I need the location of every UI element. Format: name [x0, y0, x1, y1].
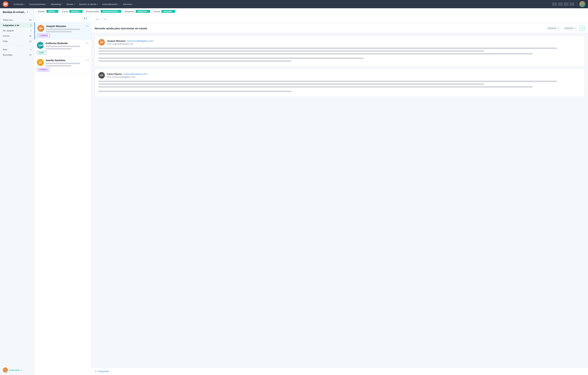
nav-servicio[interactable]: Servicio al cliente ▾	[77, 2, 100, 7]
tag-value	[547, 27, 556, 29]
conv-list-header: ⬆⬇	[34, 15, 91, 22]
nav-icon-3[interactable]	[564, 2, 568, 6]
nav-icon-1[interactable]	[552, 2, 557, 6]
inbox-title: Bandeja de entrad...	[3, 11, 26, 13]
chevron-down-icon: ▾	[97, 3, 98, 5]
estado-chevron-icon: ▾	[56, 11, 57, 12]
sidebar-item-bots[interactable]: Bots 4	[0, 47, 34, 52]
conv-header: JM Joaquín Manzano 3 m	[37, 25, 89, 33]
msg-body-line	[98, 53, 533, 55]
msg-body-line	[98, 91, 291, 92]
message-card: JM Joaquín Manzano <jmanzano@biglytics.c…	[95, 36, 585, 66]
msg-body-line	[98, 86, 533, 88]
tag-pill-2[interactable]: ✕	[563, 26, 578, 30]
inbox-arrow-icon: ▾	[27, 11, 28, 13]
conversation-list: ⬆⬇ JM Joaquín Manzano 3 m	[34, 15, 91, 375]
reply-icon: ↩	[95, 370, 97, 373]
msg-body-line	[98, 57, 364, 59]
msg-body-line	[98, 81, 557, 82]
msg-body-line	[98, 60, 291, 62]
detail-subject-bar: Necesito ayuda para sincronizar mi cuent…	[91, 24, 588, 33]
main-content: Estado: ▾ Canal: ▾ Responsable: ▾	[34, 8, 588, 375]
canal-chevron-icon: ▾	[80, 11, 81, 12]
nav-contactos[interactable]: Contactos ▾	[12, 2, 27, 7]
hubspot-logo[interactable]	[3, 1, 8, 7]
filter-etiquetas-value[interactable]: ▾	[136, 10, 150, 13]
nav-marketing[interactable]: Marketing ▾	[49, 2, 64, 7]
conv-header: JS Juanita Santelmo 1 d	[37, 59, 89, 66]
detail-pane: ↩ ✓ Necesito ayuda para sincronizar mi c…	[91, 15, 588, 375]
message-header: JM Joaquín Manzano <jmanzano@biglytics.c…	[98, 39, 581, 45]
sidebar-item-asignadas[interactable]: Asignadas a mí 3	[0, 22, 34, 28]
add-tag-button[interactable]: +	[580, 26, 585, 31]
filter-estado: Estado: ▾	[38, 10, 58, 13]
filter-fecha-value[interactable]: ▾	[161, 10, 175, 13]
footer-chevron-icon: ▾	[21, 369, 22, 371]
detail-subject: Necesito ayuda para sincronizar mi cuent…	[95, 27, 544, 30]
footer-status: Disponible	[9, 369, 20, 371]
close-icon[interactable]: ✕	[574, 27, 576, 30]
message-header: CR Carlos Ramos <support@hubspot.com> Pa…	[98, 72, 581, 78]
reply-button[interactable]: Responder	[98, 370, 109, 373]
conv-avatar: JS	[37, 59, 44, 66]
filter-fecha: Fecha: ▾	[154, 10, 175, 13]
nav-automatizacion[interactable]: Automatización ▾	[100, 2, 121, 7]
messages-area: JM Joaquín Manzano <jmanzano@biglytics.c…	[91, 33, 588, 367]
etiquetas-chevron-icon: ▾	[147, 11, 148, 12]
two-pane: ⬆⬇ JM Joaquín Manzano 3 m	[34, 15, 588, 375]
sort-button[interactable]: ⬆⬇	[82, 16, 89, 21]
conv-avatar: JM	[37, 25, 44, 32]
reply-bar: ↩ Responder	[91, 367, 588, 375]
filter-canal-value[interactable]: ▾	[69, 10, 83, 13]
close-icon[interactable]: ✕	[557, 27, 559, 30]
msg-from-line: Joaquín Manzano <jmanzano@biglytics.com>	[107, 39, 154, 42]
status-dot	[6, 371, 8, 373]
nav-ventas[interactable]: Ventas ▾	[65, 2, 77, 7]
user-avatar[interactable]	[579, 1, 585, 7]
sidebar-item-excluidas[interactable]: Excluidas 15	[0, 52, 34, 57]
responsable-chevron-icon: ▾	[119, 11, 119, 12]
inbox-header[interactable]: Bandeja de entrad... ▾	[0, 8, 34, 16]
nav-conversaciones[interactable]: Conversaciones ▾	[28, 2, 49, 7]
fecha-chevron-icon: ▾	[172, 11, 173, 12]
msg-avatar: JM	[98, 39, 105, 45]
conversation-item[interactable]: JM Joaquín Manzano 3 m CORREO	[34, 22, 91, 39]
nav-divider	[577, 1, 577, 7]
sidebar-item-chat[interactable]: Chat 13	[0, 39, 34, 44]
conv-tag-chat: CHAT	[37, 51, 46, 54]
conv-name-row: Juanita Santelmo 1 d	[45, 59, 89, 62]
sidebar-item-correo[interactable]: Correo 50	[0, 33, 34, 39]
conv-preview-line1	[46, 29, 80, 30]
conversation-item[interactable]: JS Juanita Santelmo 1 d CORREO	[34, 56, 91, 74]
msg-meta: Carlos Ramos <support@hubspot.com> Para:…	[107, 72, 148, 78]
tag-value	[565, 27, 573, 29]
conversation-item[interactable]: GR Guillermo Redondo 2 h CHAT	[34, 39, 91, 56]
conv-preview-line2	[45, 65, 72, 66]
sidebar-item-sin-asignar[interactable]: Sin asignar 2	[0, 28, 34, 33]
filter-estado-value[interactable]: ▾	[46, 10, 58, 13]
nav-icon-4[interactable]	[570, 2, 574, 6]
conv-tag-correo: CORREO	[37, 68, 49, 71]
nav-right	[552, 1, 585, 7]
chevron-down-icon: ▾	[118, 3, 119, 5]
select-all-checkbox[interactable]	[37, 17, 40, 20]
app-body: Bandeja de entrad... ▾ Todas las... 63 A…	[0, 8, 588, 375]
filter-bar: Estado: ▾ Canal: ▾ Responsable: ▾	[34, 8, 588, 15]
conv-name-row: Joaquín Manzano 3 m	[46, 25, 89, 28]
sidebar-nav: Todas las... 63 Asignadas a mí 3 Sin asi…	[0, 16, 34, 59]
svg-point-1	[5, 3, 6, 5]
top-nav: Contactos ▾ Conversaciones ▾ Marketing ▾…	[0, 0, 588, 8]
reply-back-button[interactable]: ↩	[95, 16, 100, 22]
conv-header: GR Guillermo Redondo 2 h	[37, 42, 89, 49]
nav-icon-2[interactable]	[558, 2, 563, 6]
check-button[interactable]: ✓	[102, 16, 108, 22]
sidebar-item-todas[interactable]: Todas las... 63	[0, 17, 34, 22]
unread-dot	[42, 44, 44, 46]
tag-pill-1[interactable]: ✕	[546, 26, 561, 30]
chevron-down-icon: ▾	[46, 3, 47, 5]
sidebar-footer[interactable]: Disponible ▾	[0, 365, 34, 375]
filter-responsable-value[interactable]: ▾	[101, 10, 121, 13]
chevron-down-icon: ▾	[132, 3, 133, 5]
nav-informes[interactable]: Informes ▾	[121, 2, 135, 7]
msg-body-line	[98, 48, 557, 49]
